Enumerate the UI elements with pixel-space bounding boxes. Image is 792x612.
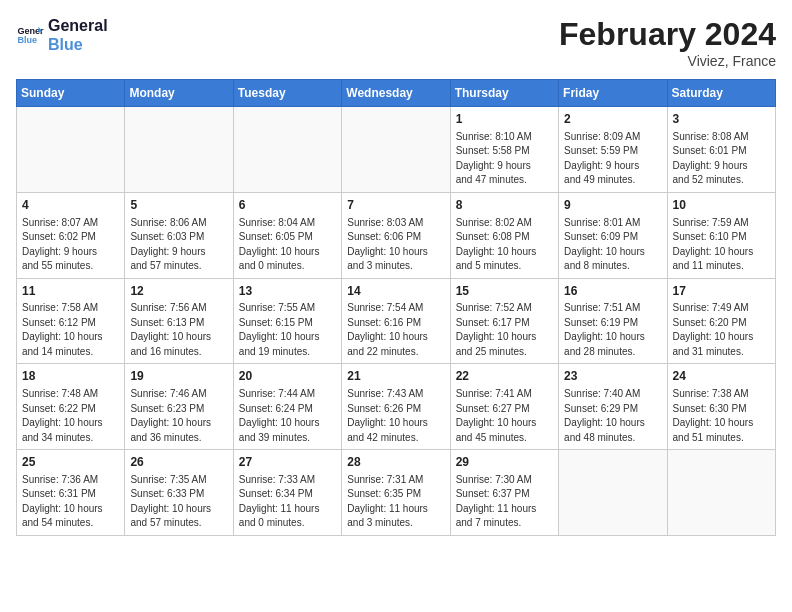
- day-info: Sunrise: 8:06 AM Sunset: 6:03 PM Dayligh…: [130, 216, 227, 274]
- day-number: 11: [22, 283, 119, 300]
- week-row-1: 4Sunrise: 8:07 AM Sunset: 6:02 PM Daylig…: [17, 192, 776, 278]
- day-info: Sunrise: 7:54 AM Sunset: 6:16 PM Dayligh…: [347, 301, 444, 359]
- calendar-cell: [233, 107, 341, 193]
- calendar-cell: 22Sunrise: 7:41 AM Sunset: 6:27 PM Dayli…: [450, 364, 558, 450]
- title-block: February 2024 Viviez, France: [559, 16, 776, 69]
- logo: General Blue General Blue: [16, 16, 108, 54]
- day-number: 15: [456, 283, 553, 300]
- logo-icon: General Blue: [16, 21, 44, 49]
- page-header: General Blue General Blue February 2024 …: [16, 16, 776, 69]
- calendar-cell: 8Sunrise: 8:02 AM Sunset: 6:08 PM Daylig…: [450, 192, 558, 278]
- calendar-cell: 12Sunrise: 7:56 AM Sunset: 6:13 PM Dayli…: [125, 278, 233, 364]
- day-info: Sunrise: 8:01 AM Sunset: 6:09 PM Dayligh…: [564, 216, 661, 274]
- day-number: 27: [239, 454, 336, 471]
- day-number: 24: [673, 368, 770, 385]
- location: Viviez, France: [559, 53, 776, 69]
- calendar-cell: 19Sunrise: 7:46 AM Sunset: 6:23 PM Dayli…: [125, 364, 233, 450]
- calendar-cell: 6Sunrise: 8:04 AM Sunset: 6:05 PM Daylig…: [233, 192, 341, 278]
- day-info: Sunrise: 7:30 AM Sunset: 6:37 PM Dayligh…: [456, 473, 553, 531]
- logo-line2: Blue: [48, 35, 108, 54]
- calendar-table: SundayMondayTuesdayWednesdayThursdayFrid…: [16, 79, 776, 536]
- weekday-header-sunday: Sunday: [17, 80, 125, 107]
- day-info: Sunrise: 7:59 AM Sunset: 6:10 PM Dayligh…: [673, 216, 770, 274]
- day-number: 8: [456, 197, 553, 214]
- day-number: 28: [347, 454, 444, 471]
- day-number: 2: [564, 111, 661, 128]
- month-year: February 2024: [559, 16, 776, 53]
- calendar-cell: [125, 107, 233, 193]
- weekday-header-tuesday: Tuesday: [233, 80, 341, 107]
- weekday-header-friday: Friday: [559, 80, 667, 107]
- calendar-cell: 13Sunrise: 7:55 AM Sunset: 6:15 PM Dayli…: [233, 278, 341, 364]
- calendar-cell: 10Sunrise: 7:59 AM Sunset: 6:10 PM Dayli…: [667, 192, 775, 278]
- day-number: 22: [456, 368, 553, 385]
- day-number: 14: [347, 283, 444, 300]
- week-row-4: 25Sunrise: 7:36 AM Sunset: 6:31 PM Dayli…: [17, 450, 776, 536]
- weekday-header-thursday: Thursday: [450, 80, 558, 107]
- logo-line1: General: [48, 16, 108, 35]
- day-info: Sunrise: 7:55 AM Sunset: 6:15 PM Dayligh…: [239, 301, 336, 359]
- week-row-2: 11Sunrise: 7:58 AM Sunset: 6:12 PM Dayli…: [17, 278, 776, 364]
- calendar-cell: 5Sunrise: 8:06 AM Sunset: 6:03 PM Daylig…: [125, 192, 233, 278]
- day-info: Sunrise: 7:51 AM Sunset: 6:19 PM Dayligh…: [564, 301, 661, 359]
- day-number: 7: [347, 197, 444, 214]
- day-info: Sunrise: 8:04 AM Sunset: 6:05 PM Dayligh…: [239, 216, 336, 274]
- day-info: Sunrise: 7:49 AM Sunset: 6:20 PM Dayligh…: [673, 301, 770, 359]
- day-info: Sunrise: 7:41 AM Sunset: 6:27 PM Dayligh…: [456, 387, 553, 445]
- weekday-header-wednesday: Wednesday: [342, 80, 450, 107]
- calendar-cell: 3Sunrise: 8:08 AM Sunset: 6:01 PM Daylig…: [667, 107, 775, 193]
- day-number: 3: [673, 111, 770, 128]
- week-row-3: 18Sunrise: 7:48 AM Sunset: 6:22 PM Dayli…: [17, 364, 776, 450]
- day-info: Sunrise: 7:46 AM Sunset: 6:23 PM Dayligh…: [130, 387, 227, 445]
- day-number: 5: [130, 197, 227, 214]
- day-info: Sunrise: 7:44 AM Sunset: 6:24 PM Dayligh…: [239, 387, 336, 445]
- svg-text:Blue: Blue: [17, 36, 37, 46]
- calendar-cell: 4Sunrise: 8:07 AM Sunset: 6:02 PM Daylig…: [17, 192, 125, 278]
- day-info: Sunrise: 8:02 AM Sunset: 6:08 PM Dayligh…: [456, 216, 553, 274]
- calendar-cell: 11Sunrise: 7:58 AM Sunset: 6:12 PM Dayli…: [17, 278, 125, 364]
- day-number: 25: [22, 454, 119, 471]
- day-info: Sunrise: 7:33 AM Sunset: 6:34 PM Dayligh…: [239, 473, 336, 531]
- day-info: Sunrise: 7:40 AM Sunset: 6:29 PM Dayligh…: [564, 387, 661, 445]
- day-info: Sunrise: 8:10 AM Sunset: 5:58 PM Dayligh…: [456, 130, 553, 188]
- calendar-cell: 25Sunrise: 7:36 AM Sunset: 6:31 PM Dayli…: [17, 450, 125, 536]
- calendar-cell: 18Sunrise: 7:48 AM Sunset: 6:22 PM Dayli…: [17, 364, 125, 450]
- calendar-cell: 9Sunrise: 8:01 AM Sunset: 6:09 PM Daylig…: [559, 192, 667, 278]
- day-number: 26: [130, 454, 227, 471]
- calendar-cell: 20Sunrise: 7:44 AM Sunset: 6:24 PM Dayli…: [233, 364, 341, 450]
- calendar-cell: [342, 107, 450, 193]
- day-number: 23: [564, 368, 661, 385]
- calendar-cell: 26Sunrise: 7:35 AM Sunset: 6:33 PM Dayli…: [125, 450, 233, 536]
- day-number: 18: [22, 368, 119, 385]
- day-number: 17: [673, 283, 770, 300]
- day-info: Sunrise: 7:31 AM Sunset: 6:35 PM Dayligh…: [347, 473, 444, 531]
- day-info: Sunrise: 7:56 AM Sunset: 6:13 PM Dayligh…: [130, 301, 227, 359]
- day-info: Sunrise: 8:07 AM Sunset: 6:02 PM Dayligh…: [22, 216, 119, 274]
- weekday-header-row: SundayMondayTuesdayWednesdayThursdayFrid…: [17, 80, 776, 107]
- calendar-cell: 2Sunrise: 8:09 AM Sunset: 5:59 PM Daylig…: [559, 107, 667, 193]
- calendar-cell: 1Sunrise: 8:10 AM Sunset: 5:58 PM Daylig…: [450, 107, 558, 193]
- day-info: Sunrise: 7:48 AM Sunset: 6:22 PM Dayligh…: [22, 387, 119, 445]
- day-number: 4: [22, 197, 119, 214]
- calendar-cell: [667, 450, 775, 536]
- calendar-cell: 24Sunrise: 7:38 AM Sunset: 6:30 PM Dayli…: [667, 364, 775, 450]
- day-number: 9: [564, 197, 661, 214]
- weekday-header-saturday: Saturday: [667, 80, 775, 107]
- calendar-cell: 21Sunrise: 7:43 AM Sunset: 6:26 PM Dayli…: [342, 364, 450, 450]
- day-number: 16: [564, 283, 661, 300]
- calendar-cell: 14Sunrise: 7:54 AM Sunset: 6:16 PM Dayli…: [342, 278, 450, 364]
- calendar-cell: 29Sunrise: 7:30 AM Sunset: 6:37 PM Dayli…: [450, 450, 558, 536]
- day-info: Sunrise: 8:08 AM Sunset: 6:01 PM Dayligh…: [673, 130, 770, 188]
- calendar-cell: 27Sunrise: 7:33 AM Sunset: 6:34 PM Dayli…: [233, 450, 341, 536]
- calendar-cell: 16Sunrise: 7:51 AM Sunset: 6:19 PM Dayli…: [559, 278, 667, 364]
- day-number: 1: [456, 111, 553, 128]
- day-info: Sunrise: 8:09 AM Sunset: 5:59 PM Dayligh…: [564, 130, 661, 188]
- day-info: Sunrise: 7:35 AM Sunset: 6:33 PM Dayligh…: [130, 473, 227, 531]
- day-info: Sunrise: 7:43 AM Sunset: 6:26 PM Dayligh…: [347, 387, 444, 445]
- day-number: 20: [239, 368, 336, 385]
- calendar-cell: 23Sunrise: 7:40 AM Sunset: 6:29 PM Dayli…: [559, 364, 667, 450]
- day-number: 29: [456, 454, 553, 471]
- calendar-cell: [559, 450, 667, 536]
- calendar-cell: 7Sunrise: 8:03 AM Sunset: 6:06 PM Daylig…: [342, 192, 450, 278]
- calendar-cell: [17, 107, 125, 193]
